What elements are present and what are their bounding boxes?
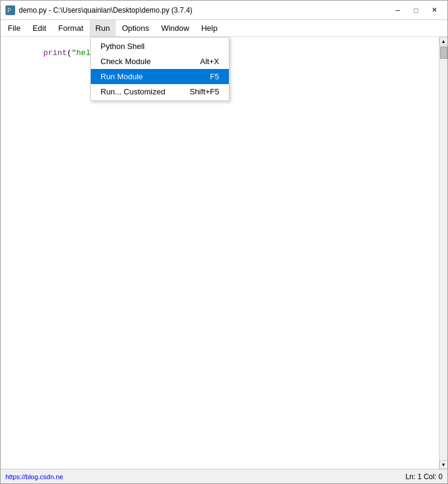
main-window: P demo.py - C:\Users\quainlan\Desktop\de… [0,0,448,484]
app-icon: P [5,5,15,15]
scroll-thumb[interactable] [440,47,447,59]
scroll-up-arrow[interactable]: ▲ [440,37,448,45]
menu-window[interactable]: Window [155,20,195,36]
minimize-button[interactable]: ─ [389,4,406,17]
dropdown-item-label: Run... Customized [100,87,165,96]
scrollbar-vertical[interactable]: ▲ ▼ [439,37,447,469]
run-dropdown: Python Shell Check Module Alt+X Run Modu… [90,37,229,101]
status-position: Ln: 1 Col: 0 [406,473,443,481]
window-controls: ─ □ ✕ [389,4,443,17]
title-bar: P demo.py - C:\Users\quainlan\Desktop\de… [1,1,447,20]
maximize-button[interactable]: □ [407,4,424,17]
dropdown-item-label: Run Module [100,72,143,81]
menu-help[interactable]: Help [195,20,223,36]
menu-format[interactable]: Format [52,20,89,36]
menu-edit[interactable]: Edit [27,20,52,36]
scroll-down-arrow[interactable]: ▼ [440,460,448,469]
menu-file[interactable]: File [2,20,27,36]
editor-container: print("hello wor ▲ ▼ [1,37,447,469]
dropdown-python-shell[interactable]: Python Shell [91,39,229,54]
menu-options[interactable]: Options [116,20,155,36]
dropdown-run-module[interactable]: Run Module F5 [91,69,229,84]
menu-run[interactable]: Run [90,20,116,36]
svg-text:P: P [7,7,11,14]
editor-area[interactable]: print("hello wor [1,37,439,469]
window-title: demo.py - C:\Users\quainlan\Desktop\demo… [19,6,389,15]
dropdown-item-shortcut: Shift+F5 [189,87,219,96]
status-bar: https://blog.csdn.ne Ln: 1 Col: 0 [1,469,447,483]
dropdown-item-label: Check Module [100,57,151,66]
dropdown-item-shortcut: Alt+X [200,57,219,66]
dropdown-run-customized[interactable]: Run... Customized Shift+F5 [91,84,229,99]
menu-bar: File Edit Format Run Options Window Help… [1,20,447,37]
dropdown-item-shortcut: F5 [210,72,219,81]
dropdown-item-label: Python Shell [100,42,145,51]
dropdown-check-module[interactable]: Check Module Alt+X [91,54,229,69]
status-link: https://blog.csdn.ne [5,473,406,480]
close-button[interactable]: ✕ [426,4,443,17]
code-print-keyword: print [43,48,67,57]
